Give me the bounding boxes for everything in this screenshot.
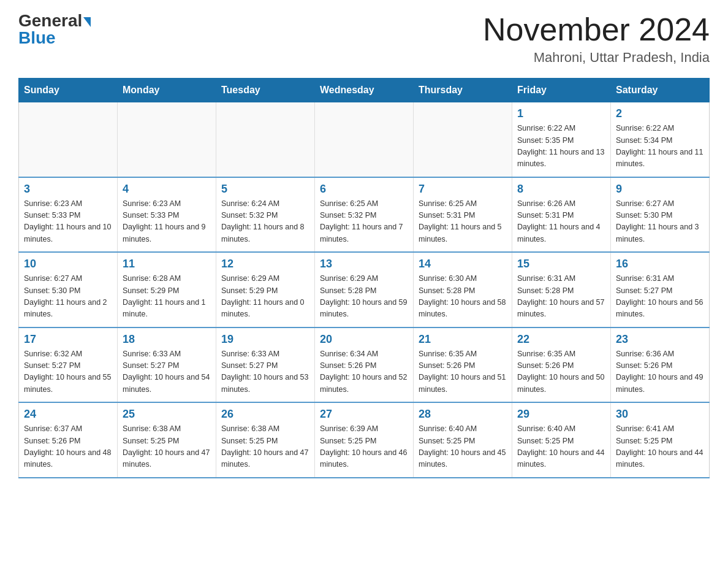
calendar-cell <box>315 102 414 177</box>
day-number: 7 <box>419 183 507 196</box>
week-row-5: 24Sunrise: 6:37 AM Sunset: 5:26 PM Dayli… <box>19 402 710 478</box>
day-info: Sunrise: 6:36 AM Sunset: 5:26 PM Dayligh… <box>616 348 704 396</box>
day-info: Sunrise: 6:34 AM Sunset: 5:26 PM Dayligh… <box>320 348 408 396</box>
day-number: 5 <box>221 183 309 196</box>
day-info: Sunrise: 6:25 AM Sunset: 5:32 PM Dayligh… <box>320 198 408 246</box>
header-monday: Monday <box>118 79 216 102</box>
day-header-row: SundayMondayTuesdayWednesdayThursdayFrid… <box>19 79 710 102</box>
calendar-cell: 10Sunrise: 6:27 AM Sunset: 5:30 PM Dayli… <box>19 252 118 327</box>
day-number: 8 <box>517 183 605 196</box>
day-number: 9 <box>616 183 704 196</box>
day-number: 15 <box>517 258 605 270</box>
calendar-cell: 17Sunrise: 6:32 AM Sunset: 5:27 PM Dayli… <box>19 327 118 403</box>
day-info: Sunrise: 6:25 AM Sunset: 5:31 PM Dayligh… <box>419 198 507 246</box>
week-row-2: 3Sunrise: 6:23 AM Sunset: 5:33 PM Daylig… <box>19 177 710 253</box>
calendar-cell: 8Sunrise: 6:26 AM Sunset: 5:31 PM Daylig… <box>512 177 611 253</box>
calendar-cell: 5Sunrise: 6:24 AM Sunset: 5:32 PM Daylig… <box>216 177 315 253</box>
day-info: Sunrise: 6:33 AM Sunset: 5:27 PM Dayligh… <box>221 348 309 396</box>
calendar-cell: 12Sunrise: 6:29 AM Sunset: 5:29 PM Dayli… <box>216 252 315 327</box>
calendar-cell <box>414 102 512 177</box>
calendar-cell: 16Sunrise: 6:31 AM Sunset: 5:27 PM Dayli… <box>611 252 710 327</box>
day-number: 4 <box>123 183 211 196</box>
day-number: 2 <box>616 107 704 120</box>
day-info: Sunrise: 6:23 AM Sunset: 5:33 PM Dayligh… <box>123 198 211 246</box>
day-info: Sunrise: 6:33 AM Sunset: 5:27 PM Dayligh… <box>123 348 211 396</box>
header-wednesday: Wednesday <box>315 79 414 102</box>
day-info: Sunrise: 6:28 AM Sunset: 5:29 PM Dayligh… <box>123 273 211 321</box>
calendar-cell: 11Sunrise: 6:28 AM Sunset: 5:29 PM Dayli… <box>118 252 216 327</box>
calendar-cell: 2Sunrise: 6:22 AM Sunset: 5:34 PM Daylig… <box>611 102 710 177</box>
day-number: 14 <box>419 258 507 270</box>
calendar-title: November 2024 <box>483 12 710 47</box>
day-number: 26 <box>221 408 309 421</box>
day-info: Sunrise: 6:31 AM Sunset: 5:27 PM Dayligh… <box>616 273 704 321</box>
logo-general: General <box>18 12 91 29</box>
calendar-subtitle: Mahroni, Uttar Pradesh, India <box>483 50 710 66</box>
day-number: 10 <box>24 258 112 270</box>
week-row-3: 10Sunrise: 6:27 AM Sunset: 5:30 PM Dayli… <box>19 252 710 327</box>
day-number: 24 <box>24 408 112 421</box>
calendar-cell <box>19 102 118 177</box>
day-number: 29 <box>517 408 605 421</box>
calendar-cell: 22Sunrise: 6:35 AM Sunset: 5:26 PM Dayli… <box>512 327 611 403</box>
day-info: Sunrise: 6:32 AM Sunset: 5:27 PM Dayligh… <box>24 348 112 396</box>
day-number: 16 <box>616 258 704 270</box>
calendar-cell: 20Sunrise: 6:34 AM Sunset: 5:26 PM Dayli… <box>315 327 414 403</box>
header-saturday: Saturday <box>611 79 710 102</box>
day-number: 13 <box>320 258 408 270</box>
day-info: Sunrise: 6:31 AM Sunset: 5:28 PM Dayligh… <box>517 273 605 321</box>
day-info: Sunrise: 6:40 AM Sunset: 5:25 PM Dayligh… <box>419 423 507 471</box>
day-number: 21 <box>419 333 507 346</box>
day-number: 18 <box>123 333 211 346</box>
day-info: Sunrise: 6:24 AM Sunset: 5:32 PM Dayligh… <box>221 198 309 246</box>
title-block: November 2024 Mahroni, Uttar Pradesh, In… <box>483 12 710 66</box>
day-info: Sunrise: 6:35 AM Sunset: 5:26 PM Dayligh… <box>419 348 507 396</box>
week-row-1: 1Sunrise: 6:22 AM Sunset: 5:35 PM Daylig… <box>19 102 710 177</box>
calendar-cell <box>118 102 216 177</box>
day-number: 20 <box>320 333 408 346</box>
page-header: General Blue November 2024 Mahroni, Utta… <box>18 12 710 66</box>
day-number: 17 <box>24 333 112 346</box>
header-thursday: Thursday <box>414 79 512 102</box>
calendar-cell <box>216 102 315 177</box>
calendar-cell: 13Sunrise: 6:29 AM Sunset: 5:28 PM Dayli… <box>315 252 414 327</box>
calendar-cell: 7Sunrise: 6:25 AM Sunset: 5:31 PM Daylig… <box>414 177 512 253</box>
day-info: Sunrise: 6:26 AM Sunset: 5:31 PM Dayligh… <box>517 198 605 246</box>
day-info: Sunrise: 6:27 AM Sunset: 5:30 PM Dayligh… <box>616 198 704 246</box>
calendar-cell: 21Sunrise: 6:35 AM Sunset: 5:26 PM Dayli… <box>414 327 512 403</box>
calendar-cell: 28Sunrise: 6:40 AM Sunset: 5:25 PM Dayli… <box>414 402 512 478</box>
day-info: Sunrise: 6:27 AM Sunset: 5:30 PM Dayligh… <box>24 273 112 321</box>
day-number: 11 <box>123 258 211 270</box>
calendar-cell: 26Sunrise: 6:38 AM Sunset: 5:25 PM Dayli… <box>216 402 315 478</box>
calendar-cell: 9Sunrise: 6:27 AM Sunset: 5:30 PM Daylig… <box>611 177 710 253</box>
header-tuesday: Tuesday <box>216 79 315 102</box>
week-row-4: 17Sunrise: 6:32 AM Sunset: 5:27 PM Dayli… <box>19 327 710 403</box>
day-info: Sunrise: 6:40 AM Sunset: 5:25 PM Dayligh… <box>517 423 605 471</box>
day-info: Sunrise: 6:22 AM Sunset: 5:35 PM Dayligh… <box>517 123 605 170</box>
day-info: Sunrise: 6:38 AM Sunset: 5:25 PM Dayligh… <box>123 423 211 471</box>
day-info: Sunrise: 6:30 AM Sunset: 5:28 PM Dayligh… <box>419 273 507 321</box>
calendar-cell: 4Sunrise: 6:23 AM Sunset: 5:33 PM Daylig… <box>118 177 216 253</box>
calendar-cell: 23Sunrise: 6:36 AM Sunset: 5:26 PM Dayli… <box>611 327 710 403</box>
calendar-cell: 1Sunrise: 6:22 AM Sunset: 5:35 PM Daylig… <box>512 102 611 177</box>
day-number: 28 <box>419 408 507 421</box>
calendar-cell: 24Sunrise: 6:37 AM Sunset: 5:26 PM Dayli… <box>19 402 118 478</box>
calendar-cell: 3Sunrise: 6:23 AM Sunset: 5:33 PM Daylig… <box>19 177 118 253</box>
calendar-cell: 14Sunrise: 6:30 AM Sunset: 5:28 PM Dayli… <box>414 252 512 327</box>
calendar-table: SundayMondayTuesdayWednesdayThursdayFrid… <box>18 78 710 478</box>
day-info: Sunrise: 6:38 AM Sunset: 5:25 PM Dayligh… <box>221 423 309 471</box>
calendar-cell: 29Sunrise: 6:40 AM Sunset: 5:25 PM Dayli… <box>512 402 611 478</box>
day-number: 25 <box>123 408 211 421</box>
day-info: Sunrise: 6:39 AM Sunset: 5:25 PM Dayligh… <box>320 423 408 471</box>
header-sunday: Sunday <box>19 79 118 102</box>
day-number: 19 <box>221 333 309 346</box>
day-number: 12 <box>221 258 309 270</box>
calendar-cell: 19Sunrise: 6:33 AM Sunset: 5:27 PM Dayli… <box>216 327 315 403</box>
day-number: 23 <box>616 333 704 346</box>
day-number: 22 <box>517 333 605 346</box>
day-info: Sunrise: 6:29 AM Sunset: 5:28 PM Dayligh… <box>320 273 408 321</box>
calendar-cell: 27Sunrise: 6:39 AM Sunset: 5:25 PM Dayli… <box>315 402 414 478</box>
day-info: Sunrise: 6:29 AM Sunset: 5:29 PM Dayligh… <box>221 273 309 321</box>
day-info: Sunrise: 6:37 AM Sunset: 5:26 PM Dayligh… <box>24 423 112 471</box>
day-number: 1 <box>517 107 605 120</box>
